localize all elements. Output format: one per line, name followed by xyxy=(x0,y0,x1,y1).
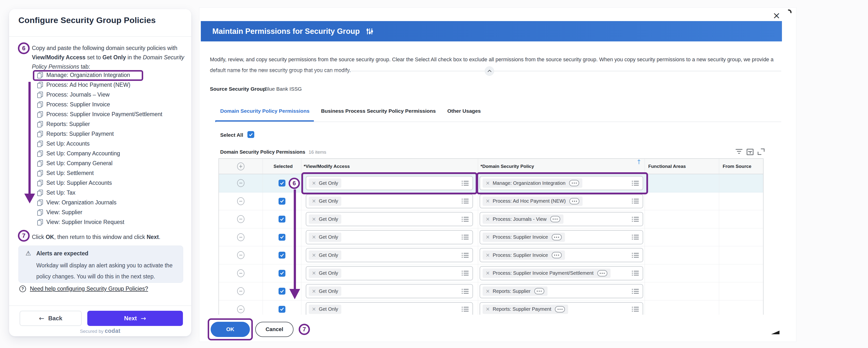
help-link[interactable]: Need help configuring Security Group Pol… xyxy=(30,285,148,292)
policy-input[interactable]: ×Reports: Supplier Payment xyxy=(479,302,643,315)
policy-input[interactable]: ×Process: Journals - View xyxy=(479,212,643,226)
policy-input[interactable]: ×Process: Ad Hoc Payment (NEW) xyxy=(479,194,643,208)
prompt-icon[interactable] xyxy=(462,271,469,276)
access-cell: ×Get Only xyxy=(301,264,478,282)
remove-icon[interactable]: × xyxy=(486,289,490,294)
related-actions-icon[interactable] xyxy=(569,198,580,204)
ok-button[interactable]: OK xyxy=(211,322,250,337)
row-checkbox[interactable] xyxy=(279,216,285,223)
collapse-row-icon[interactable] xyxy=(237,251,245,259)
collapse-row-icon[interactable] xyxy=(237,287,245,295)
access-input[interactable]: ×Get Only xyxy=(306,230,473,244)
policy-input[interactable]: ×Manage: Organization Integration xyxy=(479,176,643,190)
remove-icon[interactable]: × xyxy=(312,289,316,294)
prompt-icon[interactable] xyxy=(462,235,469,240)
related-actions-sliders-icon[interactable] xyxy=(367,28,372,34)
access-input[interactable]: ×Get Only xyxy=(306,266,473,280)
access-input[interactable]: ×Get Only xyxy=(306,284,473,298)
policy-cell: ×Process: Supplier Invoice xyxy=(478,246,645,264)
remove-icon[interactable]: × xyxy=(486,181,490,186)
policy-input[interactable]: ×Process: Supplier Invoice xyxy=(479,230,643,244)
remove-icon[interactable]: × xyxy=(486,271,490,276)
collapse-row-icon[interactable] xyxy=(237,269,245,277)
next-button[interactable]: Next → xyxy=(87,311,183,326)
related-actions-icon[interactable] xyxy=(534,288,544,294)
prompt-icon[interactable] xyxy=(462,289,469,294)
remove-icon[interactable]: × xyxy=(312,271,316,276)
column-settings-icon[interactable] xyxy=(747,149,753,155)
close-icon[interactable]: × xyxy=(771,9,782,21)
prompt-icon[interactable] xyxy=(462,199,469,203)
remove-icon[interactable]: × xyxy=(486,253,490,258)
column-header-functional-areas[interactable]: Functional Areas xyxy=(645,159,719,174)
row-expander-cell xyxy=(219,192,263,210)
tab-business-process-security[interactable]: Business Process Security Policy Permiss… xyxy=(321,107,436,122)
related-actions-icon[interactable] xyxy=(555,306,565,313)
select-all-checkbox[interactable] xyxy=(247,131,254,138)
column-header-access[interactable]: *View/Modify Access xyxy=(301,159,478,174)
collapse-row-icon[interactable] xyxy=(237,179,245,187)
row-checkbox[interactable] xyxy=(279,252,285,258)
access-input[interactable]: ×Get Only xyxy=(306,212,473,226)
related-actions-icon[interactable] xyxy=(550,216,560,222)
policy-input[interactable]: ×Reports: Supplier xyxy=(479,284,643,298)
prompt-icon[interactable] xyxy=(632,289,639,294)
policy-value: Reports: Supplier Payment xyxy=(493,306,551,312)
prompt-icon[interactable] xyxy=(632,253,639,258)
column-header-from-source[interactable]: From Source xyxy=(719,159,763,174)
row-checkbox[interactable] xyxy=(279,180,285,187)
remove-icon[interactable]: × xyxy=(312,307,316,312)
expand-all-icon[interactable] xyxy=(237,162,245,170)
prompt-icon[interactable] xyxy=(462,217,469,222)
access-input[interactable]: ×Get Only xyxy=(306,248,473,262)
collapse-row-icon[interactable] xyxy=(237,233,245,241)
prompt-icon[interactable] xyxy=(632,181,639,186)
access-input[interactable]: ×Get Only xyxy=(306,176,473,190)
collapse-row-icon[interactable] xyxy=(237,305,245,313)
remove-icon[interactable]: × xyxy=(312,217,316,222)
prompt-icon[interactable] xyxy=(462,307,469,312)
remove-icon[interactable]: × xyxy=(486,217,490,222)
related-actions-icon[interactable] xyxy=(597,270,607,277)
access-input[interactable]: ×Get Only xyxy=(306,302,473,315)
collapse-section-button[interactable] xyxy=(485,66,494,76)
related-actions-icon[interactable] xyxy=(552,234,562,241)
column-header-policy[interactable]: *Domain Security Policy↑ xyxy=(478,159,645,174)
remove-icon[interactable]: × xyxy=(312,253,316,258)
prompt-icon[interactable] xyxy=(462,181,469,186)
prompt-icon[interactable] xyxy=(632,217,639,222)
collapse-row-icon[interactable] xyxy=(237,215,245,223)
collapse-row-icon[interactable] xyxy=(237,197,245,205)
remove-icon[interactable]: × xyxy=(486,198,490,204)
row-checkbox[interactable] xyxy=(279,306,285,313)
remove-icon[interactable]: × xyxy=(312,234,316,240)
prompt-icon[interactable] xyxy=(632,235,639,240)
filter-icon[interactable] xyxy=(735,148,743,155)
back-button[interactable]: ← Back xyxy=(20,311,82,326)
expand-icon[interactable] xyxy=(757,148,765,155)
prompt-icon[interactable] xyxy=(462,253,469,258)
access-input[interactable]: ×Get Only xyxy=(306,194,473,208)
policy-input[interactable]: ×Process: Supplier Invoice Payment/Settl… xyxy=(479,266,643,280)
row-checkbox[interactable] xyxy=(279,288,285,294)
cancel-button[interactable]: Cancel xyxy=(255,322,293,337)
column-header-selected[interactable]: Selected xyxy=(263,159,301,174)
related-actions-icon[interactable] xyxy=(569,180,579,186)
remove-icon[interactable]: × xyxy=(312,181,316,186)
row-checkbox[interactable] xyxy=(279,270,285,277)
step-7-instruction: Click OK, then return to this window and… xyxy=(32,233,186,241)
remove-icon[interactable]: × xyxy=(486,234,490,240)
related-actions-icon[interactable] xyxy=(552,252,562,258)
prompt-icon[interactable] xyxy=(632,307,639,312)
policy-input[interactable]: ×Process: Supplier Invoice xyxy=(479,248,643,262)
row-checkbox[interactable] xyxy=(279,198,285,204)
prompt-icon[interactable] xyxy=(632,271,639,276)
check-icon xyxy=(280,235,284,239)
remove-icon[interactable]: × xyxy=(486,307,490,312)
tab-other-usages[interactable]: Other Usages xyxy=(447,107,481,122)
tab-domain-security[interactable]: Domain Security Policy Permissions xyxy=(220,107,309,122)
row-checkbox[interactable] xyxy=(279,234,285,241)
remove-icon[interactable]: × xyxy=(312,198,316,204)
copy-icon xyxy=(37,160,43,166)
prompt-icon[interactable] xyxy=(632,199,639,203)
